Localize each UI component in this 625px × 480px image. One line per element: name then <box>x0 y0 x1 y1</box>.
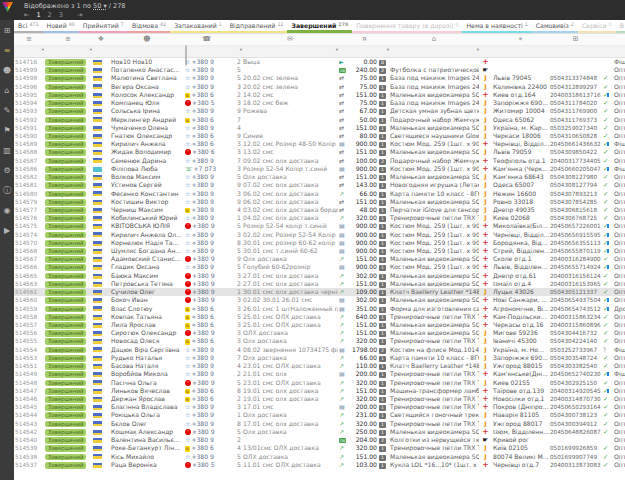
table-row[interactable]: 514561 Завершений Сучилов Олег ’+380 9 1… <box>14 288 625 296</box>
app-logo[interactable] <box>2 2 13 12</box>
table-row[interactable]: 514539 Завершений Роке-Бетанкурт Лін... … <box>14 444 625 452</box>
status-tab-Всі[interactable]: Всі 471 <box>14 20 43 33</box>
status-tab-Сервіси[interactable]: Сервіси 0 <box>578 20 616 33</box>
status-tab-Новий[interactable]: Новий 48 <box>43 20 79 33</box>
order-id-column-icon[interactable]: ≡ <box>14 34 44 45</box>
sidebar-dashboard-icon[interactable]: ⊞ <box>4 26 11 35</box>
payment-method-icon: ▤ <box>339 231 345 238</box>
table-row[interactable]: 514586 Завершений Філіпова Люба ☏+7 073 … <box>14 165 625 173</box>
table-row[interactable]: 514589 Завершений Кирилич Анжела ☆+380 6… <box>14 140 625 148</box>
phone-operator-icon: lc <box>185 389 190 395</box>
table-row[interactable]: 514547 Завершений Линьков Вячеслав lc+38… <box>14 387 625 395</box>
sidebar-statistics-icon[interactable]: ▥ <box>3 146 11 155</box>
table-row[interactable]: 514542 Завершений Кошмак Александр ’+380… <box>14 428 625 436</box>
table-row[interactable]: 514567 Завершений Адамовский Станис... ’… <box>14 255 625 263</box>
status-tab-Нема в наявності[interactable]: Нема в наявності 1 <box>462 20 531 33</box>
table-row[interactable]: 514549 Завершений Воробйов Микола ☆+380 … <box>14 370 625 378</box>
table-row[interactable]: 514592 Завершений Мерклингер Андрей lc+3… <box>14 116 625 124</box>
comment: 12.02 смс Розмір 48-50 Колір ... <box>242 140 338 148</box>
delivered-check-icon: ✓ <box>603 206 608 214</box>
table-row[interactable]: 514587 Завершений Семенюк Дарина ☆+380 9… <box>14 157 625 165</box>
tracking-number: 0504300394912 <box>549 420 602 428</box>
phone-column-icon[interactable]: ☎ <box>184 34 229 45</box>
table-row[interactable]: 514582 Завершений Волков Максим ☆+380 9 … <box>14 173 625 181</box>
table-row[interactable]: 514566 Завершений Гладик Оксана ☆+380 9 … <box>14 263 625 271</box>
table-row[interactable]: 514593 Завершений Сольська Ірина ☆+380 9… <box>14 107 625 115</box>
status-tab-Самовивіз[interactable]: Самовивіз 2 <box>532 20 578 33</box>
page-button[interactable]: 2 <box>48 11 52 19</box>
table-row[interactable]: 514596 Завершений Вегера Оксана ☆+380 9 … <box>14 83 625 91</box>
status-tab-Запакований[interactable]: Запакований 1 <box>170 20 226 33</box>
status-tab-В дорозі додому[interactable]: В дорозі додому 0 <box>616 20 625 33</box>
table-row[interactable]: 514588 Завершений Жидак Володимир ’+380 … <box>14 148 625 156</box>
phone-operator-icon: ☆ <box>185 66 190 74</box>
table-row[interactable]: 514551 Завершений Басова Наталя ☆+380 9 … <box>14 362 625 370</box>
table-row[interactable]: 514553 Завершений Рудько Наталья ☆+380 9… <box>14 354 625 362</box>
table-row[interactable]: 514544 Завершений Рокіцька Ольга ☆+380 9… <box>14 411 625 419</box>
table-row[interactable]: 514560 Завершений Бокоч Иван ’+380 9 3 0… <box>14 296 625 304</box>
status-badge: Завершений <box>45 347 86 354</box>
table-row[interactable]: 514565 Завершений Баюка Максим ’+380 9 3… <box>14 272 625 280</box>
table-row[interactable]: 514598 Завершений Малютина Светлана ☆+38… <box>14 74 625 82</box>
status-tab-Повернення товару (в дорозі)[interactable]: Повернення товару (в дорозі) 0 <box>352 20 462 33</box>
table-row[interactable]: 514574 Завершений Кирилич Анжела Ол... ☆… <box>14 231 625 239</box>
city-column-icon[interactable]: ⌖ <box>492 34 549 45</box>
page-button[interactable]: 1 <box>36 11 40 19</box>
sidebar-products-icon[interactable]: ✎ <box>4 106 11 115</box>
table-row[interactable]: 514599 Завершений Потапенко Анастас... ☆… <box>14 66 625 74</box>
sidebar-campaigns-icon[interactable]: ⚑ <box>3 126 10 135</box>
comment-column-icon[interactable]: ✉ <box>242 34 338 45</box>
per-page-dropdown[interactable]: 50 ▾ <box>93 2 107 10</box>
table-row[interactable]: 514540 Завершений Валентина Васильє... ☆… <box>14 436 625 444</box>
last-page-button[interactable]: ⇥ <box>77 11 82 19</box>
status-tab-Завершений[interactable]: Завершений 278 <box>287 20 352 33</box>
phone-number: +380 5 <box>192 461 215 468</box>
sidebar-company-icon[interactable]: ⌂ <box>4 86 9 95</box>
table-row[interactable]: 514545 Завершений Благінна Владіслава ☆+… <box>14 403 625 411</box>
money-column-icon[interactable]: ¤ <box>351 34 378 45</box>
table-row[interactable]: 514594 Завершений Компанец Юля ’+380 5 3… <box>14 99 625 107</box>
status-tab-Відмова[interactable]: Відмова 42 <box>128 20 170 33</box>
sidebar-settings-icon[interactable]: ⚙ <box>3 166 10 175</box>
first-page-button[interactable]: ⇤ <box>24 11 29 19</box>
status-tab-Відправлений[interactable]: Відправлений 12 <box>226 20 288 33</box>
sidebar-video-icon[interactable]: ▶ <box>4 226 10 235</box>
table-row[interactable]: 514580 Завершений Фесенко Константин ☆+3… <box>14 190 625 198</box>
table-row[interactable]: 514554 Завершений Дацюк Віра Сергіївна ☆… <box>14 346 625 354</box>
table-row[interactable]: 514570 Завершений Корнелюк Надія Та... ☆… <box>14 239 625 247</box>
table-row[interactable]: 514576 Завершений Кобилинський Юрий ☆+38… <box>14 214 625 222</box>
table-row[interactable]: 514579 Завершений Костишин Виктор ☆+380 … <box>14 198 625 206</box>
table-row[interactable]: 514568 Завершений Шумляс Богдана Ан... ☆… <box>14 247 625 255</box>
table-row[interactable]: 514559 Завершений Влас Слотюу lc+380 6 3… <box>14 305 625 313</box>
status-column-icon[interactable]: ≡ <box>44 34 92 45</box>
table-row[interactable]: 514538 Завершений Кісь Михайло ☆+380 9 5… <box>14 453 625 461</box>
product-column-icon[interactable]: ⌂ <box>389 34 479 45</box>
client-column-icon[interactable]: ☻ <box>110 34 184 45</box>
sidebar-info-icon[interactable]: ⓘ <box>3 186 11 195</box>
table-row[interactable]: 514555 Завершений Новосад Олеся lc+380 6… <box>14 337 625 345</box>
table-row[interactable]: 514581 Завершений Устинов Сергей ☆+380 9… <box>14 181 625 189</box>
table-row[interactable]: 514577 Завершений Черниш Максим lc+380 9… <box>14 206 625 214</box>
table-row[interactable]: 514537 Завершений Раца Вероніка ’+380 5 … <box>14 461 625 469</box>
source-column-icon[interactable]: ❖ <box>92 34 110 45</box>
sidebar-clients-icon[interactable]: ☻ <box>3 66 11 75</box>
table-row[interactable]: 514575 Завершений КВІТОВСЬКА ЮЛІЯ ’+380 … <box>14 222 625 230</box>
table-row[interactable]: 514590 Завершений Гнатюк Олександр ☆+380… <box>14 132 625 140</box>
delivery-city: Ізмаїл отд.4 <box>492 280 549 288</box>
table-row[interactable]: 514558 Завершений Ковпак Татьяна lc+380 … <box>14 313 625 321</box>
sidebar-orders-icon[interactable]: ≡ <box>4 46 11 55</box>
tab-label: Новий <box>47 22 67 29</box>
page-button[interactable]: 3 <box>59 11 63 19</box>
table-row[interactable]: 514548 Завершений Пасічна Ольга ’+380 9 … <box>14 379 625 387</box>
tracking-column-icon[interactable]: ⊞ <box>549 34 602 45</box>
table-row[interactable]: 514716 Завершений Нов10 Нов10 ☆+380 9 2 … <box>14 58 625 66</box>
table-row[interactable]: 514595 Завершений Колосок Александр lc+3… <box>14 91 625 99</box>
table-row[interactable]: 514557 Завершений Лила Ярослав lc+380 6 … <box>14 321 625 329</box>
sidebar-integrations-icon[interactable]: ◉ <box>4 206 11 215</box>
table-row[interactable]: 514563 Завершений Петровська Тетяна ’+38… <box>14 280 625 288</box>
table-row[interactable]: 514591 Завершений Чумаченко Олена ☆+380 … <box>14 124 625 132</box>
status-tab-Прийнятий[interactable]: Прийнятий 7 <box>79 20 128 33</box>
table-row[interactable]: 514543 Завершений Бєлов Олег ☆+380 9 8 1… <box>14 420 625 428</box>
table-row[interactable]: 514556 Завершений Сиротюк Олександр ’+38… <box>14 329 625 337</box>
table-row[interactable]: 514546 Завершений Держан Ярослав lc+380 … <box>14 395 625 403</box>
